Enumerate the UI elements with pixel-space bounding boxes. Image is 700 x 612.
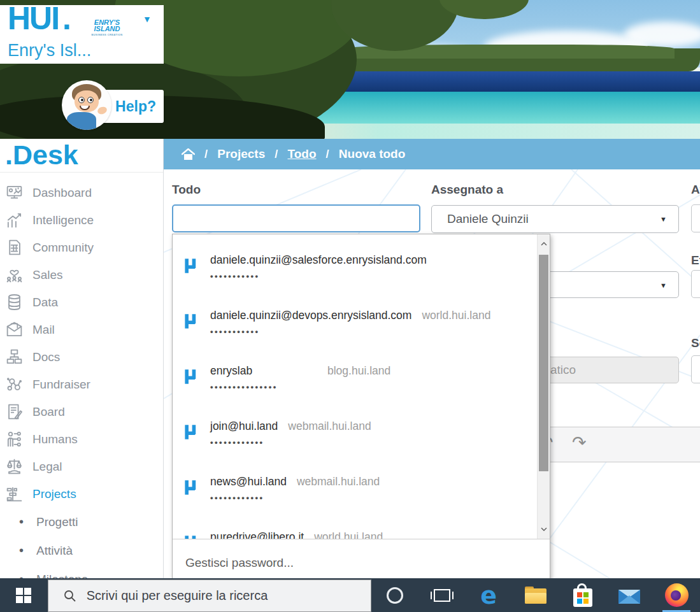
right-column-input-1[interactable] bbox=[691, 204, 700, 232]
home-icon[interactable] bbox=[182, 148, 195, 160]
autofill-domain: webmail.hui.land bbox=[297, 475, 380, 488]
assegnato-label: Assegnato a bbox=[431, 183, 503, 197]
scrollbar-down-icon[interactable] bbox=[538, 521, 550, 537]
edge-icon: e bbox=[480, 583, 497, 608]
sidebar-nav: Dashboard Intelligence Community Sales D… bbox=[0, 179, 163, 578]
hui-favicon bbox=[183, 368, 200, 385]
autofill-domain: world.hui.land bbox=[314, 530, 383, 539]
mail-icon bbox=[618, 587, 640, 604]
sidebar-item-board[interactable]: Board bbox=[0, 398, 163, 425]
sidebar-item-community[interactable]: Community bbox=[0, 234, 163, 261]
sidebar-item-docs[interactable]: Docs bbox=[0, 343, 163, 371]
sales-icon bbox=[5, 266, 24, 284]
edge-button[interactable]: e bbox=[465, 578, 512, 612]
mail-button[interactable] bbox=[606, 578, 654, 612]
enrys-island-logo: ENRY'S ISLAND BUSINESS CREATION bbox=[88, 19, 126, 38]
sidebar-item-label: Projects bbox=[32, 487, 76, 501]
sidebar-item-projects[interactable]: Projects bbox=[0, 480, 163, 508]
brand-card: HUI. ENRY'S ISLAND BUSINESS CREATION ▼ E… bbox=[0, 5, 164, 64]
autofill-domain: world.hui.land bbox=[422, 309, 490, 322]
store-icon bbox=[573, 583, 592, 607]
sidebar-item-label: Fundraiser bbox=[32, 378, 90, 392]
desktop-screen: HUI. ENRY'S ISLAND BUSINESS CREATION ▼ E… bbox=[0, 0, 700, 612]
windows-logo-icon bbox=[16, 588, 31, 603]
autofill-entry[interactable]: news@hui.landwebmail.hui.land ••••••••••… bbox=[173, 466, 550, 522]
autofill-entry[interactable]: daniele.quinzii@salesforce.enrysisland.c… bbox=[173, 245, 550, 300]
autofill-password-mask: ••••••••••••••• bbox=[210, 382, 278, 392]
right-column-label-1: At bbox=[691, 183, 700, 197]
sidebar-item-fundraiser[interactable]: Fundraiser bbox=[0, 371, 163, 398]
autofill-username: enryslab bbox=[210, 364, 317, 378]
hui-favicon bbox=[183, 479, 200, 496]
dashboard-icon bbox=[5, 183, 24, 202]
breadcrumb-projects[interactable]: Projects bbox=[217, 147, 265, 161]
task-view-button[interactable] bbox=[418, 578, 466, 612]
sidebar-subitem-attivita[interactable]: Attività bbox=[0, 536, 163, 565]
help-label: Help? bbox=[115, 98, 156, 115]
hui-favicon bbox=[183, 257, 200, 274]
autofill-username: puredrive@libero.it bbox=[210, 530, 304, 539]
account-dropdown-caret-icon[interactable]: ▼ bbox=[143, 14, 152, 24]
autofill-entry[interactable]: enryslabblog.hui.land ••••••••••••••• bbox=[173, 355, 550, 411]
manage-passwords-link[interactable]: Gestisci password... bbox=[173, 539, 550, 579]
autofill-username: daniele.quinzii@salesforce.enrysisland.c… bbox=[210, 253, 427, 267]
popup-scrollbar[interactable] bbox=[537, 234, 550, 539]
mail-icon bbox=[5, 320, 24, 339]
autofill-password-mask: •••••••••••• bbox=[210, 438, 264, 447]
scrollbar-thumb[interactable] bbox=[539, 255, 548, 471]
breadcrumb-todo[interactable]: Todo bbox=[288, 147, 317, 161]
store-button[interactable] bbox=[559, 578, 606, 612]
todo-input[interactable] bbox=[172, 204, 420, 232]
autofill-domain: blog.hui.land bbox=[327, 364, 390, 378]
sidebar-item-label: Mail bbox=[32, 323, 55, 337]
sidebar-item-humans[interactable]: Humans bbox=[0, 425, 163, 453]
autofill-list: daniele.quinzii@salesforce.enrysisland.c… bbox=[173, 234, 550, 539]
search-placeholder: Scrivi qui per eseguire la ricerca bbox=[87, 588, 268, 603]
breadcrumb-nuova-todo[interactable]: Nuova todo bbox=[339, 147, 406, 161]
account-name[interactable]: Enry's Isl... bbox=[8, 41, 91, 60]
sidebar-item-label: Board bbox=[32, 405, 65, 419]
sidebar-item-legal[interactable]: Legal bbox=[0, 453, 163, 480]
redo-icon[interactable]: ↷ bbox=[572, 432, 587, 453]
assegnato-select[interactable]: Daniele Quinzii ▼ bbox=[431, 205, 679, 233]
autofill-username: news@hui.land bbox=[210, 475, 287, 488]
autofill-entry[interactable]: puredrive@libero.itworld.hui.land ••••••… bbox=[173, 522, 550, 539]
file-explorer-button[interactable] bbox=[512, 578, 559, 612]
sidebar-item-dashboard[interactable]: Dashboard bbox=[0, 179, 163, 206]
autofill-entry[interactable]: join@hui.landwebmail.hui.land ••••••••••… bbox=[173, 411, 550, 466]
firefox-button[interactable] bbox=[653, 578, 700, 612]
manage-passwords-label: Gestisci password... bbox=[185, 556, 294, 569]
autofill-entry[interactable]: daniele.quinzii@devops.enrysisland.comwo… bbox=[173, 300, 550, 355]
breadcrumb-separator: / bbox=[204, 147, 208, 161]
start-button[interactable] bbox=[0, 578, 48, 612]
sidebar: .Desk Dashboard Intelligence Community S… bbox=[0, 139, 164, 578]
taskbar-search-box[interactable]: Scrivi qui per eseguire la ricerca bbox=[48, 580, 371, 612]
hui-logo: HUI. bbox=[8, 0, 70, 37]
select-caret-icon: ▼ bbox=[660, 281, 667, 289]
sidebar-item-data[interactable]: Data bbox=[0, 288, 163, 316]
breadcrumb-separator: / bbox=[326, 147, 329, 161]
cortana-icon bbox=[387, 587, 403, 604]
community-icon bbox=[5, 238, 24, 257]
cortana-button[interactable] bbox=[371, 578, 418, 612]
sidebar-subitem-milestone[interactable]: Milestone bbox=[0, 565, 163, 578]
right-column-input-3[interactable] bbox=[691, 355, 700, 383]
autofill-username: join@hui.land bbox=[210, 420, 278, 433]
sidebar-subitem-label: Progetti bbox=[36, 515, 78, 529]
sidebar-subitem-progetti[interactable]: Progetti bbox=[0, 508, 163, 536]
autofill-username: daniele.quinzii@devops.enrysisland.com bbox=[210, 309, 411, 322]
sidebar-item-label: Legal bbox=[32, 460, 62, 474]
sidebar-item-intelligence[interactable]: Intelligence bbox=[0, 206, 163, 234]
right-column-input-2[interactable] bbox=[691, 270, 700, 298]
deep-water bbox=[299, 71, 700, 92]
scrollbar-up-icon[interactable] bbox=[538, 236, 550, 252]
task-view-icon bbox=[434, 589, 450, 602]
help-mascot-avatar[interactable] bbox=[62, 80, 111, 130]
sidebar-item-sales[interactable]: Sales bbox=[0, 261, 163, 288]
hui-favicon bbox=[183, 534, 200, 539]
sidebar-item-mail[interactable]: Mail bbox=[0, 316, 163, 343]
password-autofill-popup: daniele.quinzii@salesforce.enrysisland.c… bbox=[172, 234, 550, 580]
hui-favicon bbox=[183, 423, 200, 441]
sidebar-subitem-label: Milestone bbox=[36, 573, 88, 579]
avatar-pupil bbox=[90, 99, 92, 101]
